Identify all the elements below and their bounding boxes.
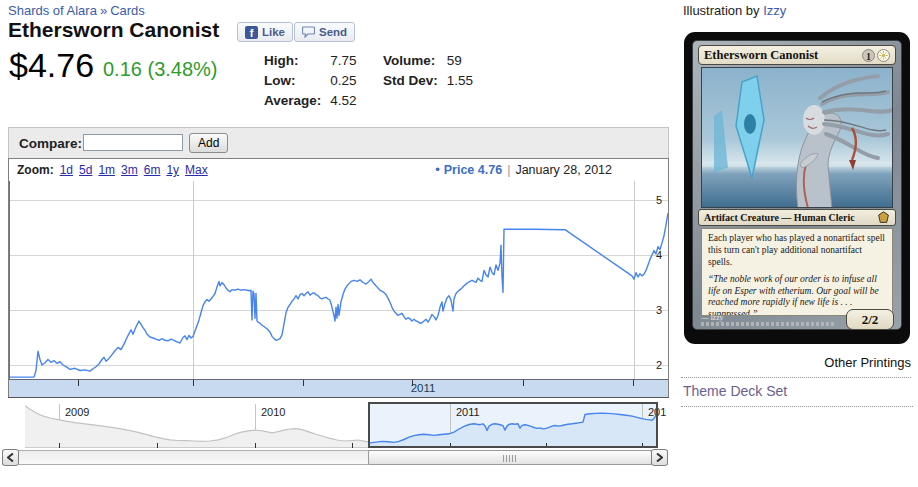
range-1d[interactable]: 1d <box>60 163 73 177</box>
breadcrumb-link-cards[interactable]: Cards <box>110 3 145 18</box>
stat-label: High: <box>263 51 329 71</box>
facebook-send-button[interactable]: Send <box>294 22 355 42</box>
navigator-selection-window[interactable] <box>368 402 658 448</box>
add-button[interactable]: Add <box>189 133 228 153</box>
send-label: Send <box>319 26 347 38</box>
chart-legend: •Price 4.76|January 28, 2012 <box>435 159 612 181</box>
scrollbar-thumb[interactable] <box>368 450 652 465</box>
card-fine-print <box>701 322 836 326</box>
stat-label: Average: <box>263 91 329 111</box>
navigator-year-label: 2010 <box>261 406 285 418</box>
chevron-right-icon <box>656 453 663 462</box>
scroll-left-button[interactable] <box>2 449 19 466</box>
range-3m[interactable]: 3m <box>121 163 138 177</box>
stat-label: Low: <box>263 71 329 91</box>
card-mana-cost: 1 <box>862 49 890 62</box>
send-bubble-icon <box>302 26 315 38</box>
card-rules-text: Each player who has played a nonartifact… <box>708 233 886 269</box>
set-symbol-icon <box>877 211 890 224</box>
stats-table-right: Volume:59 Std Dev:1.55 <box>382 51 474 91</box>
stat-value: 7.75 <box>329 51 357 71</box>
illustration-prefix: Illustration by <box>683 3 760 18</box>
range-1y[interactable]: 1y <box>166 163 179 177</box>
card-text-box: Each player who has played a nonartifact… <box>701 228 893 316</box>
page-title: Ethersworn Canonist <box>8 18 219 42</box>
x-axis-year-label: 2011 <box>391 382 455 394</box>
range-max[interactable]: Max <box>185 163 208 177</box>
facebook-icon: f <box>245 26 258 39</box>
card-title: Ethersworn Canonist <box>704 48 818 63</box>
page: Shards of Alara»Cards Ethersworn Canonis… <box>0 0 918 487</box>
current-price: $4.76 <box>9 46 94 85</box>
plot-background <box>9 181 668 380</box>
generic-mana-icon: 1 <box>862 49 875 62</box>
stats-table-left: High:7.75 Low:0.25 Average:4.52 <box>263 51 358 111</box>
card-type-line: Artifact Creature — Human Cleric <box>704 212 855 223</box>
compare-label: Compare: <box>19 136 82 151</box>
chevron-left-icon <box>7 453 14 462</box>
card-title-bar: Ethersworn Canonist 1 <box>698 45 896 65</box>
y-tick-label: 3 <box>656 304 662 316</box>
facebook-like-button[interactable]: f Like <box>237 22 293 42</box>
range-1m[interactable]: 1m <box>98 163 115 177</box>
card-image: Ethersworn Canonist 1 <box>684 32 910 344</box>
scrollbar-grip <box>503 455 517 462</box>
y-tick-label: 2 <box>656 359 662 371</box>
printing-link-theme-deck-set[interactable]: Theme Deck Set <box>681 381 913 407</box>
legend-date: January 28, 2012 <box>515 163 612 177</box>
x-axis-band <box>9 380 668 397</box>
stat-value: 4.52 <box>329 91 357 111</box>
stat-value: 59 <box>446 51 474 71</box>
artist-link[interactable]: Izzy <box>763 3 786 18</box>
range-5d[interactable]: 5d <box>79 163 92 177</box>
compare-bar: Compare: Add <box>8 127 669 158</box>
card-frame: Ethersworn Canonist 1 <box>692 40 902 330</box>
price-plot-area[interactable]: 2345 <box>9 181 668 397</box>
chart-scrollbar <box>2 449 668 466</box>
legend-separator: | <box>507 163 510 177</box>
compare-input[interactable] <box>83 134 183 151</box>
white-mana-icon <box>877 49 890 62</box>
card-artist-credit: — Izzy <box>701 313 723 322</box>
price-chart: Zoom:1d5d1m3m6m1yMax •Price 4.76|January… <box>8 158 669 398</box>
stat-label: Std Dev: <box>382 71 446 91</box>
scroll-right-button[interactable] <box>651 449 668 466</box>
card-type-bar: Artifact Creature — Human Cleric <box>698 209 896 226</box>
stat-value: 0.25 <box>329 71 357 91</box>
navigator-year-label: 2009 <box>65 406 89 418</box>
y-tick-label: 5 <box>656 194 662 206</box>
illustration-credit: Illustration by Izzy <box>683 3 786 18</box>
stat-value: 1.55 <box>446 71 474 91</box>
range-navigator: 200920102011201 <box>8 402 669 448</box>
card-art <box>701 67 893 208</box>
zoom-label: Zoom: <box>17 163 54 177</box>
breadcrumb-separator: » <box>100 3 107 18</box>
breadcrumb-link-set[interactable]: Shards of Alara <box>8 3 97 18</box>
price-change: 0.16 (3.48%) <box>103 58 218 81</box>
card-art-illustration <box>702 68 893 208</box>
series-bullet-icon: • <box>435 162 440 177</box>
like-label: Like <box>262 26 285 38</box>
breadcrumb: Shards of Alara»Cards <box>8 3 145 18</box>
card-power-toughness: 2/2 <box>846 309 894 330</box>
legend-series-label: Price 4.76 <box>444 163 502 177</box>
other-printings-header: Other Printings <box>681 355 911 378</box>
stat-label: Volume: <box>382 51 446 71</box>
range-6m[interactable]: 6m <box>144 163 161 177</box>
chart-header: Zoom:1d5d1m3m6m1yMax •Price 4.76|January… <box>9 159 668 181</box>
